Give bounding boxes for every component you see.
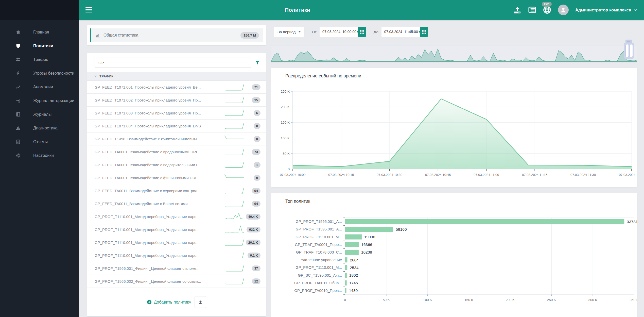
policy-sparkline <box>224 225 245 234</box>
policy-count-badge-wrap: 37 <box>245 265 260 271</box>
policy-name: GP_FEED_TA0011_Взаимодействие с Botnet-с… <box>95 202 224 206</box>
svg-text:GP_PROF_T1595.001_A...: GP_PROF_T1595.001_A... <box>295 227 342 231</box>
policy-sparkline <box>224 109 245 117</box>
policy-count-badge-wrap: 932 K <box>245 227 260 232</box>
policy-row[interactable]: GP_PROF_T1110.001_Метод перебора_Угадыва… <box>87 223 266 236</box>
menu-toggle-icon[interactable] <box>85 6 93 14</box>
sidebar-item-2[interactable]: Политики <box>0 39 79 53</box>
shield-icon <box>16 43 22 48</box>
svg-text:150 K: 150 K <box>281 121 290 124</box>
from-calendar-button[interactable] <box>358 27 366 37</box>
sidebar-item-5[interactable]: Аномалии <box>0 80 79 94</box>
policy-row[interactable]: GP_FEED_TA0011_Взаимодействие с серверам… <box>87 184 266 197</box>
policy-search-row <box>87 53 266 72</box>
policy-search-input[interactable] <box>95 58 251 68</box>
policy-row[interactable]: GP_FEED_T1071.002_Протоколы прикладного … <box>87 94 266 107</box>
svg-text:1745: 1745 <box>349 281 358 285</box>
timeline-overview[interactable] <box>271 45 637 62</box>
export-icon[interactable] <box>513 6 521 14</box>
svg-text:16366: 16366 <box>361 242 372 247</box>
sidebar-item-1[interactable]: Главная <box>0 25 79 39</box>
policy-row[interactable]: GP_PROF_T1110.001_Метод перебора_Угадыва… <box>87 236 266 249</box>
topbar-actions: Все Администратор комплекса <box>513 0 637 20</box>
svg-text:1802: 1802 <box>349 273 358 277</box>
sidebar-item-10[interactable]: Настройки <box>0 148 79 162</box>
policy-count-badge-wrap: 6 <box>245 110 260 116</box>
policy-count-badge-wrap: 40.4 K <box>245 214 260 220</box>
sidebar-item-6[interactable]: Журнал авторизации <box>0 94 79 107</box>
svg-text:07.03.2024 10:15: 07.03.2024 10:15 <box>328 173 354 177</box>
period-select[interactable]: За период <box>274 27 304 37</box>
policy-name: GP_FEED_TA0001_Взаимодействие с подозрит… <box>95 163 224 167</box>
add-policy-label: Добавить политику <box>154 300 191 305</box>
policy-count-badge: 73 <box>252 149 260 155</box>
svg-text:350 K: 350 K <box>630 298 637 302</box>
sidebar-item-7[interactable]: Журналы <box>0 107 79 121</box>
policy-name: GP_PROF_T1110.001_Метод перебора_Угадыва… <box>95 240 224 245</box>
filter-funnel-icon[interactable] <box>255 61 259 65</box>
sidebar-item-9[interactable]: Отчеты <box>0 135 79 148</box>
top-policies-chart: 050 K100 K150 K200 K250 K300 K350 K33781… <box>271 193 637 317</box>
group-header-traffic[interactable]: ТРАФИК <box>87 72 266 81</box>
svg-text:250 K: 250 K <box>281 90 290 93</box>
svg-text:GP_TRAF_TA0001_Пере...: GP_TRAF_TA0001_Пере... <box>295 242 342 247</box>
events-over-time-card: Распределение событий по времени 250 K20… <box>271 68 637 187</box>
to-date-input[interactable] <box>381 27 420 37</box>
from-date-input[interactable] <box>320 27 358 37</box>
overall-stats-row[interactable]: Общая статистика 156.7 M <box>90 28 263 42</box>
svg-text:Удалённое управление: Удалённое управление <box>301 258 342 262</box>
svg-text:200 K: 200 K <box>506 298 515 302</box>
policy-sparkline <box>224 135 245 143</box>
policy-count-badge: 12 <box>252 278 260 284</box>
sidebar-item-label: Отчеты <box>33 139 48 144</box>
svg-text:150 K: 150 K <box>464 298 473 302</box>
policy-row[interactable]: GP_FEED_TA0011_Взаимодействие с Botnet-с… <box>87 197 266 210</box>
policy-row[interactable]: GP_PROF_T1566.002_Фишинг_Целевой фишинг … <box>87 275 266 288</box>
add-policy-button[interactable]: Добавить политику <box>147 300 191 305</box>
policy-row[interactable]: GP_FEED_TA0001_Взаимодействие с подозрит… <box>87 158 266 171</box>
policy-row[interactable]: GP_PROF_T1110.001_Метод перебора_Угадыва… <box>87 210 266 223</box>
add-policy-row: Добавить политику <box>87 288 266 316</box>
sidebar-item-3[interactable]: Трафик <box>0 53 79 66</box>
policy-name: GP_FEED_T1071.004_Протоколы прикладного … <box>95 124 224 128</box>
policy-row[interactable]: GP_FEED_T1496_Взаимодействие с криптомай… <box>87 132 266 145</box>
policy-name: GP_FEED_TA0011_Взаимодействие с серверам… <box>95 189 224 193</box>
policy-row[interactable]: GP_FEED_T1071.003_Протоколы прикладного … <box>87 107 266 120</box>
from-date-group <box>320 27 366 37</box>
to-calendar-button[interactable] <box>420 27 428 37</box>
policy-row[interactable]: GP_FEED_TA0001_Взаимодействие с фишингов… <box>87 171 266 184</box>
policy-count-badge: 40.4 K <box>246 214 260 220</box>
gear-icon <box>16 153 22 158</box>
calendar-grid-icon <box>422 30 426 34</box>
sidebar-item-label: Главная <box>33 30 49 35</box>
svg-text:2534: 2534 <box>350 265 359 270</box>
policy-row[interactable]: GP_FEED_T1071.001_Протоколы прикладного … <box>87 81 266 94</box>
policy-name: GP_FEED_TA0001_Взаимодействие с фишингов… <box>95 176 224 180</box>
policy-sparkline <box>224 251 245 260</box>
sidebar-item-8[interactable]: Диагностика <box>0 121 79 135</box>
event-list-icon[interactable] <box>528 6 536 14</box>
sidebar-item-label: Диагностика <box>33 126 58 130</box>
policy-count-badge-wrap: 9.1 K <box>245 253 260 258</box>
sidebar-item-label: Политики <box>33 43 53 48</box>
bolt-icon <box>16 71 22 76</box>
scope-globe-icon[interactable]: Все <box>543 6 551 14</box>
policy-count-badge-wrap: 12 <box>245 278 260 284</box>
timeline-handle-grip[interactable] <box>625 40 632 43</box>
avatar[interactable] <box>558 5 569 15</box>
chart-icon <box>16 84 22 89</box>
policy-count-badge-wrap: 1 <box>245 162 260 168</box>
user-menu[interactable]: Администратор комплекса <box>575 8 637 12</box>
policy-sparkline <box>224 264 245 273</box>
policy-row[interactable]: GP_FEED_TA0001_Взаимодействие с вредонос… <box>87 145 266 158</box>
timeline-range-handle[interactable] <box>624 43 634 59</box>
import-policy-button[interactable] <box>195 296 206 308</box>
policy-name: GP_PROF_T1110.001_Метод перебора_Угадыва… <box>95 253 224 258</box>
svg-text:19930: 19930 <box>364 235 375 239</box>
home-icon <box>16 29 22 35</box>
policy-row[interactable]: GP_PROF_T1110.001_Метод перебора_Угадыва… <box>87 249 266 262</box>
sidebar-item-4[interactable]: Угрозы безопасности <box>0 66 79 80</box>
policy-row[interactable]: GP_PROF_T1566.001_Фишинг_Целевой фишинг … <box>87 262 266 275</box>
policy-row[interactable]: GP_FEED_T1071.004_Протоколы прикладного … <box>87 120 266 132</box>
svg-text:200 K: 200 K <box>281 105 290 109</box>
